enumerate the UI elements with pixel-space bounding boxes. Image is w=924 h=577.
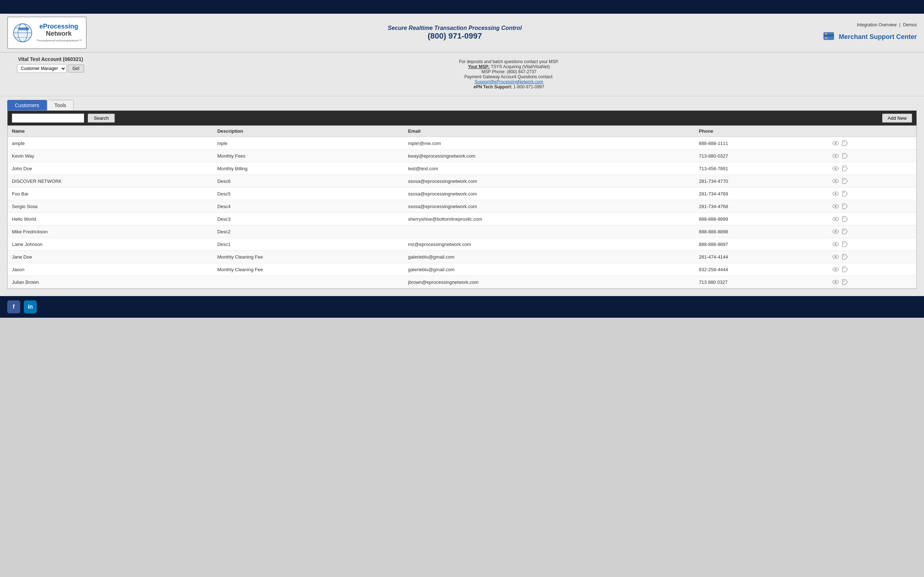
cell-phone: 832-258-4444 — [695, 263, 828, 276]
svg-point-26 — [835, 206, 837, 207]
tag-icon[interactable] — [842, 240, 848, 248]
cell-description: Desc6 — [213, 175, 404, 187]
tag-icon[interactable] — [842, 152, 848, 160]
view-icon[interactable] — [832, 190, 839, 197]
tag-icon[interactable] — [842, 279, 848, 285]
tag-icon[interactable] — [842, 228, 848, 235]
svg-point-33 — [843, 230, 845, 231]
cell-description: Desc4 — [213, 200, 404, 213]
info-msp-phone-label: MSP Phone: — [481, 69, 506, 74]
info-line1: For deposits and batch questions contact… — [104, 59, 914, 64]
search-bar: Search Add New — [8, 111, 916, 126]
cell-description: Desc2 — [213, 226, 404, 238]
cell-phone: 713 880 0327 — [695, 276, 828, 288]
svg-point-42 — [843, 268, 845, 269]
cell-actions — [828, 213, 916, 226]
view-icon[interactable] — [832, 165, 839, 172]
header-center: Secure Realtime Transaction Processing C… — [87, 25, 823, 41]
info-tech-label: ePN Tech Support: — [473, 84, 512, 89]
cell-email: ssosa@eprocessingnetwork.com — [404, 175, 695, 187]
svg-point-45 — [843, 280, 845, 282]
svg-rect-9 — [825, 33, 827, 35]
cell-name: DISCOVER NETWORK — [8, 175, 213, 187]
cell-email: mz@eprocessingnetwork.com — [404, 238, 695, 251]
view-icon[interactable] — [832, 228, 839, 235]
cell-description: Monthly Cleaning Fee — [213, 263, 404, 276]
linkedin-icon[interactable]: in — [24, 300, 37, 313]
table-body: amplemplemple!@me.com888-888-1111 Kevin … — [8, 137, 916, 288]
account-name: Vital Test Account (060321) — [7, 56, 94, 62]
header-phone: (800) 971-0997 — [87, 31, 823, 41]
tag-icon[interactable] — [842, 177, 848, 185]
view-icon[interactable] — [832, 152, 839, 160]
cell-actions — [828, 238, 916, 251]
cell-email: ssosa@eprocessingnetwork.com — [404, 200, 695, 213]
svg-point-32 — [835, 231, 837, 233]
tabs: Customers Tools — [7, 100, 917, 110]
table-row: Sergio SosaDesc4ssosa@eprocessingnetwork… — [8, 200, 916, 213]
merchant-support-title: Merchant Support Center — [839, 33, 917, 41]
tag-icon[interactable] — [842, 140, 848, 147]
footer: f in — [0, 296, 924, 318]
cell-phone: 713-880-0327 — [695, 150, 828, 162]
cell-name: Hello World — [8, 213, 213, 226]
info-msp-phone-value: (800) 847-2737 — [507, 69, 536, 74]
view-icon[interactable] — [832, 215, 839, 222]
account-dropdown[interactable]: Customer Manager — [17, 64, 66, 73]
svg-point-41 — [835, 269, 837, 271]
cell-phone: 281-734-4768 — [695, 200, 828, 213]
integration-link[interactable]: Integration Overview — [857, 23, 897, 27]
svg-point-20 — [835, 180, 837, 182]
svg-point-23 — [835, 193, 837, 195]
account-controls: Customer Manager Go! — [7, 64, 94, 73]
demos-link[interactable]: Demos — [903, 23, 917, 27]
cell-actions — [828, 200, 916, 213]
info-support-email[interactable]: Support@eProcessingNetwork.com — [475, 79, 543, 84]
cell-phone: 281-734-4770 — [695, 175, 828, 187]
cell-description: mple — [213, 137, 404, 150]
svg-rect-7 — [824, 35, 834, 36]
cell-phone: 888-888-1111 — [695, 137, 828, 150]
view-icon[interactable] — [832, 177, 839, 185]
cell-email: galerieblu@gmail.com — [404, 251, 695, 263]
table-row: Foo BarDesc5ssosa@eprocessingnetwork.com… — [8, 187, 916, 200]
svg-point-39 — [843, 255, 845, 256]
tag-icon[interactable] — [842, 266, 848, 273]
search-input[interactable] — [12, 114, 84, 122]
view-icon[interactable] — [832, 240, 839, 248]
go-button[interactable]: Go! — [68, 64, 84, 73]
view-icon[interactable] — [832, 279, 839, 285]
cell-name: Foo Bar — [8, 187, 213, 200]
search-button[interactable]: Search — [88, 114, 115, 122]
cell-email: jbrown@eprocessingnetwork.com — [404, 276, 695, 288]
view-icon[interactable] — [832, 253, 839, 260]
tag-icon[interactable] — [842, 215, 848, 222]
svg-point-24 — [843, 192, 845, 193]
svg-point-38 — [835, 256, 837, 258]
logo-globe-icon — [12, 20, 33, 45]
tab-tools[interactable]: Tools — [47, 100, 74, 110]
view-icon[interactable] — [832, 266, 839, 273]
content-area: Search Add New Name Description Email Ph… — [0, 110, 924, 296]
cell-description — [213, 276, 404, 288]
info-section: For deposits and batch questions contact… — [101, 56, 917, 92]
tab-customers[interactable]: Customers — [7, 100, 47, 110]
info-msp-label: Your MSP: — [468, 64, 490, 69]
add-new-button[interactable]: Add New — [882, 114, 912, 122]
cell-actions — [828, 150, 916, 162]
table-row: Laine JohnsonDesc1mz@eprocessingnetwork.… — [8, 238, 916, 251]
tag-icon[interactable] — [842, 253, 848, 260]
facebook-icon[interactable]: f — [7, 300, 20, 313]
col-phone: Phone — [695, 126, 828, 137]
view-icon[interactable] — [832, 140, 839, 147]
info-msp-phone: MSP Phone: (800) 847-2737 — [104, 69, 914, 74]
svg-point-27 — [843, 205, 845, 206]
tag-icon[interactable] — [842, 203, 848, 210]
cell-actions — [828, 137, 916, 150]
tag-icon[interactable] — [842, 190, 848, 197]
view-icon[interactable] — [832, 203, 839, 210]
svg-point-18 — [843, 167, 845, 168]
tag-icon[interactable] — [842, 165, 848, 172]
cell-description: Desc1 — [213, 238, 404, 251]
table-row: Julian Brownjbrown@eprocessingnetwork.co… — [8, 276, 916, 288]
